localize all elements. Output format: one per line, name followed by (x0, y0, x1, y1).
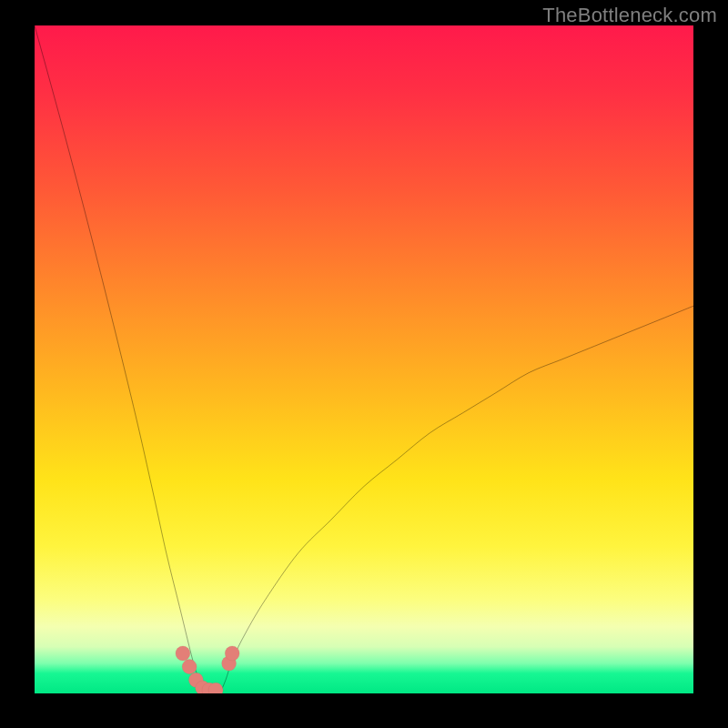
bottom-marker-cluster (176, 646, 239, 693)
plot-area (35, 25, 693, 693)
marker-dot (182, 660, 197, 674)
bottleneck-curve (35, 25, 693, 693)
marker-dot (176, 646, 190, 661)
marker-dot (225, 646, 239, 661)
chart-frame: TheBottleneck.com (0, 0, 728, 728)
curve-layer (35, 25, 693, 693)
watermark-text: TheBottleneck.com (542, 4, 717, 27)
